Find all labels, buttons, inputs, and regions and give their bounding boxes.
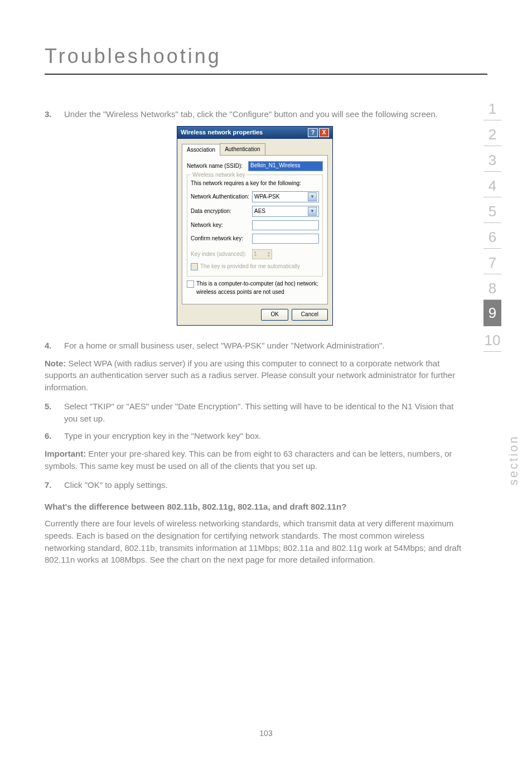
step-number: 7. bbox=[45, 479, 64, 491]
adhoc-checkbox[interactable] bbox=[187, 280, 194, 288]
confirm-input[interactable] bbox=[252, 234, 319, 244]
cancel-button[interactable]: Cancel bbox=[292, 309, 328, 321]
step-7: 7. Click "OK" to apply settings. bbox=[45, 479, 465, 491]
sidebar-item-10: 10 bbox=[483, 326, 501, 352]
step-text: Select "TKIP" or "AES" under "Date Encry… bbox=[64, 400, 465, 425]
sidebar-item-3: 3 bbox=[483, 146, 501, 172]
page-number: 103 bbox=[259, 729, 272, 738]
step-4: 4. For a home or small business user, se… bbox=[45, 340, 465, 352]
sidebar-item-6: 6 bbox=[483, 223, 501, 249]
netkey-label: Network key: bbox=[191, 221, 252, 230]
adhoc-label: This is a computer-to-computer (ad hoc) … bbox=[196, 280, 323, 296]
question-heading: What's the difference between 802.11b, 8… bbox=[45, 501, 465, 513]
auth-select[interactable]: WPA-PSK ▼ bbox=[252, 191, 319, 202]
help-icon[interactable]: ? bbox=[308, 128, 318, 137]
auto-key-label: The key is provided for me automatically bbox=[200, 263, 300, 271]
sidebar-item-8: 8 bbox=[483, 274, 501, 300]
encryption-value: AES bbox=[254, 207, 265, 216]
important-paragraph: Important: Enter your pre-shared key. Th… bbox=[45, 448, 465, 472]
step-number: 5. bbox=[45, 400, 64, 425]
sidebar-item-5: 5 bbox=[483, 197, 501, 223]
step-text: For a home or small business user, selec… bbox=[64, 340, 465, 352]
note-label: Note: bbox=[45, 359, 66, 368]
auth-label: Network Authentication: bbox=[191, 193, 252, 201]
section-label: section bbox=[506, 435, 521, 486]
sidebar-item-2: 2 bbox=[483, 120, 501, 146]
sidebar-item-4: 4 bbox=[483, 172, 501, 197]
dialog-title-bar: Wireless network properties ? X bbox=[177, 127, 332, 139]
step-number: 3. bbox=[45, 108, 64, 120]
chevron-down-icon[interactable]: ▼ bbox=[308, 207, 317, 216]
step-text: Click "OK" to apply settings. bbox=[64, 479, 465, 491]
confirm-label: Confirm network key: bbox=[191, 235, 252, 243]
step-6: 6. Type in your encryption key in the "N… bbox=[45, 430, 465, 442]
wireless-properties-dialog: Wireless network properties ? X Associat… bbox=[177, 126, 333, 326]
tab-authentication[interactable]: Authentication bbox=[220, 143, 265, 156]
note-text: Select WPA (with radius server) if you a… bbox=[45, 359, 455, 393]
answer-paragraph: Currently there are four levels of wirel… bbox=[45, 517, 465, 566]
close-icon[interactable]: X bbox=[319, 128, 329, 137]
tab-association[interactable]: Association bbox=[182, 144, 220, 156]
group-title: Wireless network key bbox=[191, 171, 246, 180]
step-text: Under the "Wireless Networks" tab, click… bbox=[64, 108, 465, 120]
step-number: 4. bbox=[45, 340, 64, 352]
step-3: 3. Under the "Wireless Networks" tab, cl… bbox=[45, 108, 465, 120]
keyindex-value: 1 bbox=[254, 250, 257, 259]
encryption-label: Data encryption: bbox=[191, 207, 252, 216]
group-subheading: This network requires a key for the foll… bbox=[191, 180, 319, 188]
sidebar-item-9: 9 bbox=[483, 300, 501, 326]
sidebar-item-1: 1 bbox=[483, 95, 501, 120]
step-number: 6. bbox=[45, 430, 64, 442]
chevron-down-icon[interactable]: ▼ bbox=[308, 192, 317, 201]
wireless-key-group: Wireless network key This network requir… bbox=[187, 175, 323, 277]
ssid-input[interactable]: Belkin_N1_Wireless bbox=[248, 161, 323, 171]
sidebar-item-7: 7 bbox=[483, 249, 501, 274]
important-label: Important: bbox=[45, 449, 86, 458]
dialog-tabs: Association Authentication bbox=[182, 143, 328, 156]
main-content: 3. Under the "Wireless Networks" tab, cl… bbox=[45, 108, 465, 566]
section-sidebar: 1 2 3 4 5 6 7 8 9 10 bbox=[483, 95, 501, 352]
page-title: Troubleshooting bbox=[45, 45, 532, 68]
step-5: 5. Select "TKIP" or "AES" under "Date En… bbox=[45, 400, 465, 425]
horizontal-rule bbox=[45, 74, 487, 75]
note-paragraph: Note: Select WPA (with radius server) if… bbox=[45, 357, 465, 394]
ok-button[interactable]: OK bbox=[261, 309, 288, 321]
keyindex-label: Key index (advanced): bbox=[191, 250, 252, 259]
keyindex-spinner: 1 ▲▼ bbox=[252, 249, 272, 259]
step-text: Type in your encryption key in the "Netw… bbox=[64, 430, 465, 442]
encryption-select[interactable]: AES ▼ bbox=[252, 206, 319, 217]
netkey-input[interactable] bbox=[252, 220, 319, 230]
dialog-title-text: Wireless network properties bbox=[181, 128, 263, 137]
ssid-label: Network name (SSID): bbox=[187, 162, 248, 171]
important-text: Enter your pre-shared key. This can be f… bbox=[45, 449, 452, 471]
auth-value: WPA-PSK bbox=[254, 193, 279, 201]
auto-key-checkbox bbox=[191, 263, 198, 270]
